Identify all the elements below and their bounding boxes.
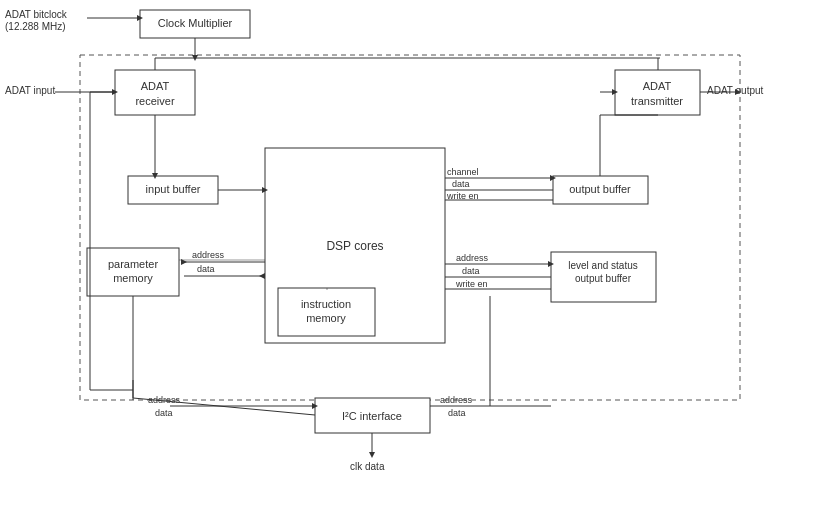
svg-text:(12.288 MHz): (12.288 MHz) bbox=[5, 21, 66, 32]
svg-text:Clock Multiplier: Clock Multiplier bbox=[158, 17, 233, 29]
svg-text:ADAT output: ADAT output bbox=[707, 85, 764, 96]
svg-text:write en: write en bbox=[446, 191, 479, 201]
svg-text:ADAT: ADAT bbox=[643, 80, 672, 92]
svg-text:input buffer: input buffer bbox=[146, 183, 201, 195]
svg-text:I²C interface: I²C interface bbox=[342, 410, 402, 422]
svg-text:address: address bbox=[148, 395, 181, 405]
svg-text:address: address bbox=[456, 253, 489, 263]
svg-text:ADAT: ADAT bbox=[141, 80, 170, 92]
svg-text:ADAT bitclock: ADAT bitclock bbox=[5, 9, 68, 20]
svg-text:address: address bbox=[192, 250, 225, 260]
svg-text:channel: channel bbox=[447, 167, 479, 177]
svg-text:address: address bbox=[440, 395, 473, 405]
diagram-svg: ADAT bitclock (12.288 MHz) Clock Multipl… bbox=[0, 0, 820, 519]
svg-text:data: data bbox=[448, 408, 466, 418]
svg-text:transmitter: transmitter bbox=[631, 95, 683, 107]
svg-text:output buffer: output buffer bbox=[575, 273, 632, 284]
svg-text:receiver: receiver bbox=[135, 95, 174, 107]
svg-text:ADAT input: ADAT input bbox=[5, 85, 55, 96]
svg-text:instruction: instruction bbox=[301, 298, 351, 310]
svg-text:level and status: level and status bbox=[568, 260, 638, 271]
svg-marker-36 bbox=[259, 273, 265, 279]
svg-rect-2 bbox=[115, 70, 195, 115]
svg-text:DSP cores: DSP cores bbox=[326, 239, 383, 253]
svg-text:clk  data: clk data bbox=[350, 461, 385, 472]
svg-marker-49 bbox=[369, 452, 375, 458]
svg-text:data: data bbox=[155, 408, 173, 418]
svg-text:data: data bbox=[462, 266, 480, 276]
diagram-container: ADAT bitclock (12.288 MHz) Clock Multipl… bbox=[0, 0, 820, 519]
svg-text:memory: memory bbox=[306, 312, 346, 324]
svg-text:output buffer: output buffer bbox=[569, 183, 631, 195]
svg-text:parameter: parameter bbox=[108, 258, 158, 270]
svg-text:write en: write en bbox=[455, 279, 488, 289]
svg-text:memory: memory bbox=[113, 272, 153, 284]
svg-text:data: data bbox=[197, 264, 215, 274]
svg-rect-3 bbox=[615, 70, 700, 115]
svg-text:data: data bbox=[452, 179, 470, 189]
